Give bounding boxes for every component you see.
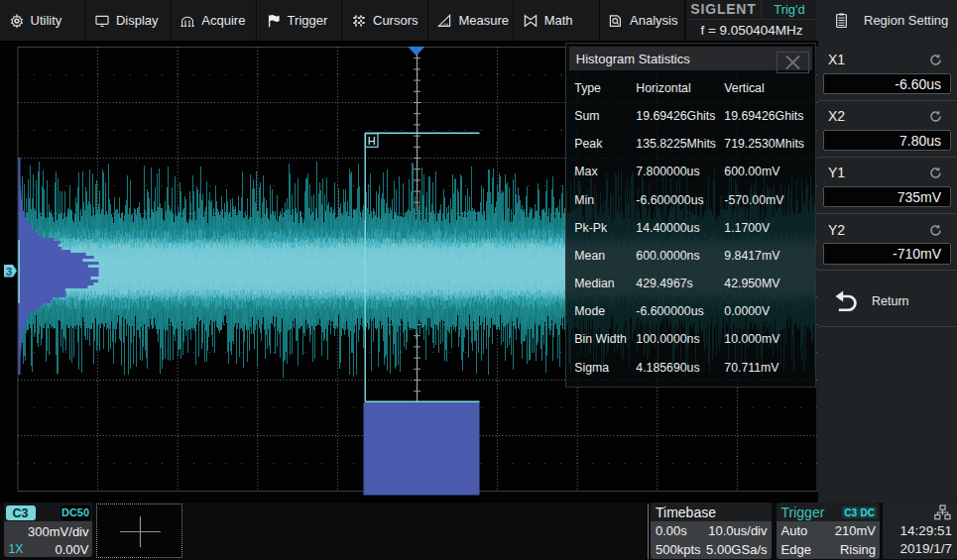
svg-text:H: H [368,135,376,147]
svg-text:3: 3 [6,266,12,278]
